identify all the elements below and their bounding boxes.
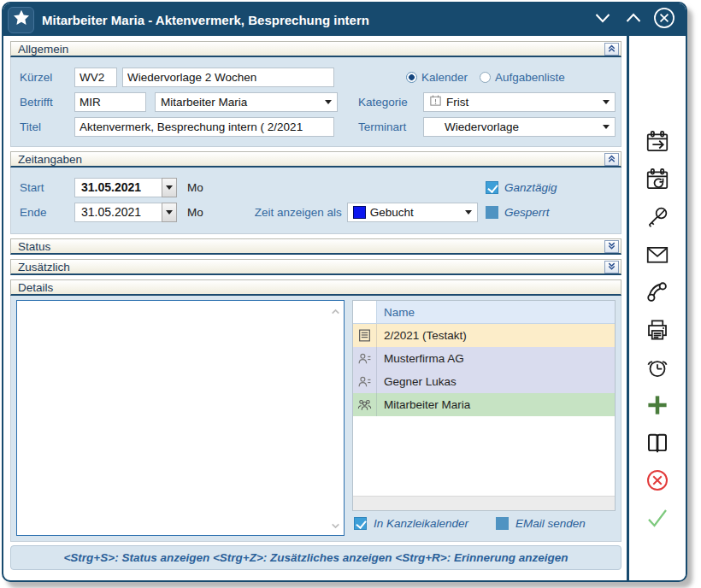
gesperrt-checkbox[interactable] [486, 206, 498, 219]
icon-column-header [353, 301, 376, 323]
dropdown-arrow-icon [603, 100, 610, 104]
section-title: Zusätzlich [18, 261, 70, 273]
addressbook-button[interactable] [644, 429, 671, 456]
ende-label: Ende [20, 206, 74, 219]
betrifft-label: Betrifft [20, 96, 74, 109]
participants-list-empty-area [353, 416, 615, 496]
ganztaegig-checkbox[interactable] [486, 181, 498, 194]
close-button[interactable] [652, 9, 675, 32]
section-header-zusaetzlich: Zusätzlich [10, 259, 621, 275]
radio-selected-icon [406, 72, 417, 83]
participants-list-rows: 2/2021 (Testakt) Musterfirma AG Gegner L… [353, 324, 615, 416]
email-senden-label: EMail senden [515, 517, 586, 530]
addressbook-icon [645, 430, 670, 456]
start-day-label: Mo [187, 181, 203, 194]
section-zusaetzlich: Zusätzlich [10, 259, 621, 275]
confirm-icon [645, 505, 670, 531]
participants-list: Name 2/2021 (Testakt) Musterfirma AG Geg… [352, 300, 616, 511]
add-button[interactable] [644, 391, 671, 418]
phone-icon [645, 279, 670, 305]
main-pane: Allgemein Kürzel [3, 36, 627, 580]
terminart-select[interactable]: Wiedervorlage [423, 117, 616, 137]
list-item[interactable]: Mitarbeiter Maria [353, 393, 615, 416]
details-textarea[interactable] [19, 303, 328, 533]
contact-icon [353, 370, 376, 393]
dropdown-arrow-icon [465, 210, 472, 215]
radio-kalender-label: Kalender [421, 71, 468, 84]
kategorie-select-value: Frist [446, 96, 598, 109]
betrifft-select-value: Mitarbeiter Maria [161, 96, 321, 109]
section-details: Details [10, 279, 621, 542]
expand-zusaetzlich-button[interactable] [604, 261, 619, 273]
section-title: Allgemein [18, 43, 68, 56]
collapse-zeitangaben-button[interactable] [604, 153, 619, 166]
radio-kalender[interactable]: Kalender [406, 71, 468, 84]
cancel-button[interactable] [644, 467, 671, 493]
name-column-header[interactable]: Name [376, 301, 615, 323]
titlebar: Mitarbeiter Maria - Aktenvermerk, Bespre… [3, 3, 686, 36]
collapse-allgemein-button[interactable] [604, 43, 619, 56]
zeit-anzeigen-select[interactable]: Gebucht [347, 203, 478, 222]
radio-aufgabenliste[interactable]: Aufgabenliste [480, 71, 565, 84]
section-title: Details [18, 281, 53, 294]
gesperrt-label: Gesperrt [504, 206, 550, 219]
chevron-double-up-icon [607, 153, 616, 166]
chevron-double-down-icon [607, 240, 616, 253]
kategorie-select[interactable]: Frist [423, 92, 616, 112]
key-icon [645, 204, 670, 230]
chevron-down-icon [592, 8, 613, 32]
calendar-alert-icon [429, 94, 442, 109]
group-icon [353, 393, 376, 416]
email-button[interactable] [644, 241, 671, 268]
ende-date-dropdown-button[interactable] [162, 203, 177, 222]
email-senden-checkbox[interactable] [496, 517, 509, 530]
kanzleikalender-checkbox[interactable] [354, 517, 367, 530]
calendar-options-row: In Kanzleikalender EMail senden [352, 511, 616, 536]
section-zeitangaben: Zeitangaben Start 31.05.2021 [10, 151, 621, 234]
chevron-double-down-icon [607, 261, 616, 273]
calendar-recurrence-button[interactable] [644, 166, 671, 192]
betrifft-input[interactable] [74, 92, 146, 112]
shortcut-statusbar: <Strg+S>: Status anzeigen <Strg+Z>: Zusä… [10, 545, 621, 570]
titel-input[interactable] [74, 117, 334, 137]
start-label: Start [20, 181, 74, 194]
scroll-up-icon[interactable] [330, 305, 341, 316]
list-item[interactable]: Gegner Lukas [353, 370, 615, 393]
radio-aufgabenliste-label: Aufgabenliste [495, 71, 565, 84]
start-date-picker[interactable]: 31.05.2021 [74, 178, 177, 197]
terminart-label: Terminart [358, 121, 423, 133]
minimize-button[interactable] [591, 9, 614, 32]
list-horizontal-scrollbar[interactable] [353, 496, 615, 510]
start-date-dropdown-button[interactable] [162, 178, 177, 197]
add-icon [645, 392, 670, 418]
list-item[interactable]: Musterfirma AG [353, 347, 615, 370]
alarm-button[interactable] [644, 354, 671, 380]
favorite-button[interactable] [8, 7, 34, 33]
star-icon [12, 9, 31, 31]
kategorie-label: Kategorie [358, 96, 423, 109]
print-button[interactable] [644, 316, 671, 343]
radio-unselected-icon [480, 72, 491, 83]
calendar-forward-icon [645, 129, 670, 155]
key-button[interactable] [644, 203, 671, 230]
phone-button[interactable] [644, 279, 671, 305]
section-status: Status [10, 238, 621, 255]
dropdown-arrow-icon [325, 100, 332, 104]
betrifft-select[interactable]: Mitarbeiter Maria [155, 92, 338, 112]
calendar-forward-button[interactable] [644, 128, 671, 155]
confirm-button[interactable] [644, 504, 671, 531]
section-header-allgemein: Allgemein [10, 41, 621, 57]
maximize-button[interactable] [621, 9, 645, 32]
scroll-down-icon[interactable] [330, 520, 341, 531]
ganztaegig-label: Ganztägig [504, 181, 557, 194]
calendar-recurrence-icon [645, 167, 670, 192]
cancel-icon [645, 467, 670, 493]
kuerzel-description-input[interactable] [122, 68, 334, 87]
window-title: Mitarbeiter Maria - Aktenvermerk, Bespre… [42, 13, 583, 27]
list-item[interactable]: 2/2021 (Testakt) [353, 324, 615, 347]
kuerzel-input[interactable] [74, 68, 117, 87]
expand-status-button[interactable] [604, 240, 619, 253]
close-icon [652, 6, 676, 33]
print-icon [645, 317, 670, 343]
ende-date-picker[interactable]: 31.05.2021 [74, 203, 177, 222]
